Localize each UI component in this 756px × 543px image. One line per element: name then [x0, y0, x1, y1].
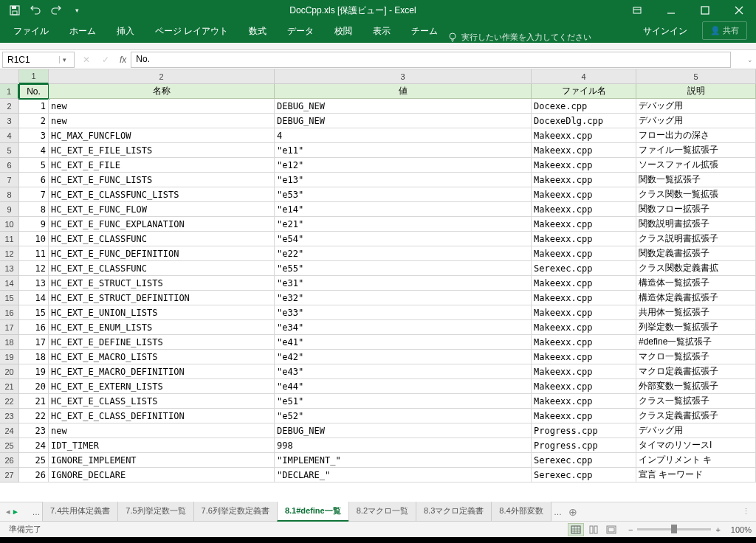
zoom-thumb[interactable]	[671, 525, 677, 533]
row-header-20[interactable]: 20	[0, 364, 19, 379]
row-header-15[interactable]: 15	[0, 291, 19, 305]
cell[interactable]: "e33"	[275, 305, 532, 320]
cell[interactable]: HC_EXT_E_EXTERN_LISTS	[49, 379, 275, 394]
cell[interactable]: 8	[19, 202, 49, 217]
cell[interactable]: 2	[19, 114, 49, 128]
fx-button[interactable]: fx	[115, 55, 131, 65]
cell[interactable]: HC_EXT_E_FILE_LISTS	[49, 143, 275, 158]
cell[interactable]: 構造体定義書拡張子	[636, 291, 756, 305]
cell[interactable]: クラス関数定義書拡	[636, 261, 756, 276]
cell[interactable]: 25	[19, 453, 49, 468]
cell[interactable]: 構造体一覧拡張子	[636, 276, 756, 291]
sheet-overflow-right[interactable]: …	[551, 508, 565, 516]
cell[interactable]: Makeexx.cpp	[532, 158, 636, 173]
cell[interactable]: HC_EXT_E_CLASSFUNC_LISTS	[49, 187, 275, 202]
header-cell[interactable]: No.	[19, 84, 49, 99]
cell[interactable]: "e52"	[275, 409, 532, 423]
cell[interactable]: "e41"	[275, 335, 532, 350]
row-header-5[interactable]: 5	[0, 143, 19, 158]
row-header-3[interactable]: 3	[0, 114, 19, 128]
normal-view-button[interactable]	[568, 523, 584, 536]
cell[interactable]: Makeexx.cpp	[532, 246, 636, 261]
cell[interactable]: 外部変数一覧拡張子	[636, 379, 756, 394]
share-button[interactable]: 👤 共有	[702, 21, 747, 40]
new-sheet-button[interactable]: ⊕	[565, 506, 581, 518]
sheet-overflow-left[interactable]: …	[30, 508, 43, 516]
cell[interactable]: クラス一覧拡張子	[636, 394, 756, 409]
cell[interactable]: IGNORE_IMPLEMENT	[49, 453, 275, 468]
sheet-tab[interactable]: 8.2マクロ一覧	[348, 502, 416, 522]
row-header-24[interactable]: 24	[0, 423, 19, 438]
ribbon-tab-1[interactable]: ホーム	[59, 20, 106, 43]
cell[interactable]: 13	[19, 276, 49, 291]
cell[interactable]: "e54"	[275, 232, 532, 246]
header-cell[interactable]: ファイル名	[532, 84, 636, 99]
row-header-22[interactable]: 22	[0, 394, 19, 409]
cell[interactable]: 1	[19, 99, 49, 114]
cell[interactable]: Makeexx.cpp	[532, 232, 636, 246]
cell[interactable]: HC_MAX_FUNCFLOW	[49, 128, 275, 143]
close-button[interactable]	[722, 0, 756, 21]
row-header-21[interactable]: 21	[0, 379, 19, 394]
ribbon-options-button[interactable]	[620, 0, 654, 21]
row-header-14[interactable]: 14	[0, 276, 19, 291]
cell[interactable]: HC_EXT_E_FUNC_LISTS	[49, 173, 275, 187]
cell[interactable]: 17	[19, 335, 49, 350]
cell[interactable]: Progress.cpp	[532, 438, 636, 453]
cell[interactable]: Progress.cpp	[532, 423, 636, 438]
cell[interactable]: new	[49, 114, 275, 128]
tab-options-icon[interactable]: ⋮	[736, 507, 756, 516]
row-header-16[interactable]: 16	[0, 305, 19, 320]
cell[interactable]: new	[49, 423, 275, 438]
row-header-1[interactable]: 1	[0, 84, 19, 99]
row-header-9[interactable]: 9	[0, 202, 19, 217]
cell[interactable]: Makeexx.cpp	[532, 173, 636, 187]
cell[interactable]: 16	[19, 320, 49, 335]
cell[interactable]: HC_EXT_E_FILE	[49, 158, 275, 173]
name-box-dropdown[interactable]: ▾	[59, 56, 69, 63]
row-header-27[interactable]: 27	[0, 468, 19, 483]
header-cell[interactable]: 名称	[49, 84, 275, 99]
row-header-25[interactable]: 25	[0, 438, 19, 453]
sheet-nav-next[interactable]: ▸	[13, 507, 18, 516]
page-layout-view-button[interactable]	[585, 523, 602, 536]
cell[interactable]: 11	[19, 246, 49, 261]
cell[interactable]: 20	[19, 379, 49, 394]
cell[interactable]: Makeexx.cpp	[532, 202, 636, 217]
cell[interactable]: 15	[19, 305, 49, 320]
cell[interactable]: 998	[275, 438, 532, 453]
cell[interactable]: DEBUG_NEW	[275, 114, 532, 128]
name-box[interactable]: R1C1 ▾	[2, 52, 75, 68]
cell[interactable]: Serexec.cpp	[532, 261, 636, 276]
cell[interactable]: DocexeDlg.cpp	[532, 114, 636, 128]
cell[interactable]: Makeexx.cpp	[532, 320, 636, 335]
cell[interactable]: クラス説明書拡張子	[636, 232, 756, 246]
cell[interactable]: Serexec.cpp	[532, 453, 636, 468]
cell[interactable]: Makeexx.cpp	[532, 276, 636, 291]
col-header-3[interactable]: 3	[275, 69, 532, 84]
sheet-tab[interactable]: 7.5列挙定数一覧	[117, 502, 193, 522]
save-button[interactable]	[6, 1, 24, 19]
zoom-level[interactable]: 100%	[731, 525, 752, 534]
cell[interactable]: ファイル一覧拡張子	[636, 143, 756, 158]
redo-button[interactable]	[47, 1, 65, 19]
header-cell[interactable]: 値	[275, 84, 532, 99]
col-header-2[interactable]: 2	[49, 69, 275, 84]
cell[interactable]: 関数フロー拡張子	[636, 202, 756, 217]
cell[interactable]: HC_EXT_E_CLASSFUNC	[49, 232, 275, 246]
cell[interactable]: デバッグ用	[636, 423, 756, 438]
row-header-19[interactable]: 19	[0, 350, 19, 364]
minimize-button[interactable]	[654, 0, 688, 21]
cell[interactable]: Makeexx.cpp	[532, 305, 636, 320]
cell[interactable]: HC_EXT_E_DEFINE_LISTS	[49, 335, 275, 350]
cell[interactable]: ソースファイル拡張	[636, 158, 756, 173]
cell[interactable]: クラス定義書拡張子	[636, 409, 756, 423]
cell[interactable]: Makeexx.cpp	[532, 364, 636, 379]
cell[interactable]: 24	[19, 438, 49, 453]
row-header-17[interactable]: 17	[0, 320, 19, 335]
cell[interactable]: HC_EXT_E_MACRO_LISTS	[49, 350, 275, 364]
cell[interactable]: 関数一覧拡張子	[636, 173, 756, 187]
cell[interactable]: "e12"	[275, 158, 532, 173]
cell[interactable]: 26	[19, 468, 49, 483]
cell[interactable]: フロー出力の深さ	[636, 128, 756, 143]
